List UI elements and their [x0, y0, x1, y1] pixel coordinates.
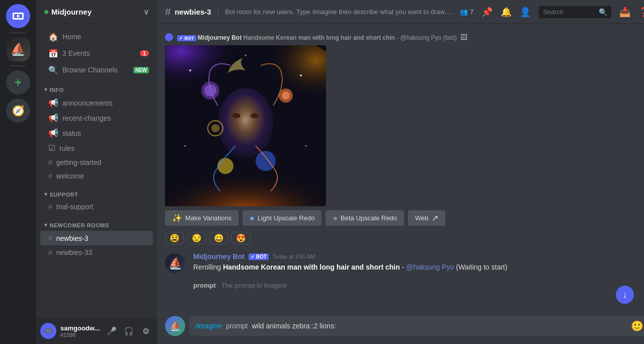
input-command: /imagine — [195, 322, 222, 330]
top-bar: # newbies-3 | Bot room for new users. Ty… — [157, 0, 644, 24]
reaction-tired[interactable]: 😫 — [165, 232, 184, 244]
chat-input-wrapper[interactable]: /imagine prompt 🙂 — [189, 316, 644, 336]
hash-icon-trial: # — [48, 203, 52, 211]
svg-point-11 — [282, 92, 290, 100]
input-param: prompt — [226, 322, 248, 330]
channel-newbies-33[interactable]: # newbies-33 — [40, 246, 153, 259]
scroll-to-bottom-button[interactable]: ↓ — [616, 286, 634, 304]
sidebar-item-events[interactable]: 📅 3 Events 1 — [40, 45, 153, 61]
unamused-emoji: 😒 — [192, 233, 202, 243]
channel-trial-support[interactable]: # trial-support — [40, 200, 153, 213]
hash-icon: # — [48, 158, 52, 166]
megaphone-icon-3: 📢 — [48, 128, 58, 138]
channel-recent-changes-label: recent-changes — [62, 114, 111, 122]
channel-newbies-3-label: newbies-3 — [56, 234, 89, 242]
search-input[interactable] — [543, 8, 595, 16]
user-tag: #1598 — [60, 332, 101, 338]
input-avatar: ⛵ — [165, 316, 185, 336]
section-support-label: SUPPORT — [50, 192, 78, 198]
channel-recent-changes[interactable]: 📢 recent-changes — [40, 111, 153, 125]
expand-icon: ∨ — [143, 8, 149, 17]
user-bar: 🎮 samgoodw... #1598 🎤 🎧 ⚙ — [36, 318, 157, 344]
image-message-author-inline: Midjourney Bot — [198, 34, 242, 41]
midjourney-server-icon[interactable]: ⛵ — [6, 37, 30, 61]
make-variations-button[interactable]: ✨ Make Variations — [165, 210, 238, 226]
prompt-info: prompt The prompt to imagine — [157, 278, 644, 291]
events-badge: 1 — [140, 50, 149, 56]
section-info-label: INFO — [50, 87, 64, 93]
user-avatar: 🎮 — [40, 323, 56, 339]
megaphone-icon-2: 📢 — [48, 113, 58, 123]
beta-upscale-redo-button[interactable]: ● Beta Upscale Redo — [326, 210, 404, 226]
notifications-button[interactable]: 🔔 — [501, 7, 512, 18]
channel-announcements[interactable]: 📢 announcements — [40, 96, 153, 110]
checkbox-icon: ☑ — [48, 143, 55, 153]
midjourney-bot-mini-avatar — [165, 33, 173, 41]
chat-image — [165, 45, 326, 206]
search-icon: 🔍 — [599, 8, 607, 16]
settings-button[interactable]: ⚙ — [139, 324, 153, 338]
light-upscale-icon: ● — [250, 214, 255, 223]
channel-welcome[interactable]: # welcome — [40, 169, 153, 183]
messages-area: ✓ BOT Midjourney Bot Handsome Korean man… — [157, 24, 644, 316]
member-count: 👥 7 — [460, 8, 473, 16]
rerolling-text: Rerolling — [193, 263, 221, 271]
sidebar-item-browse-label: Browse Channels — [62, 66, 118, 74]
channel-getting-started[interactable]: # getting-started — [40, 156, 153, 169]
microphone-button[interactable]: 🎤 — [105, 324, 119, 338]
member-count-value: 7 — [470, 8, 473, 16]
prompt-description: The prompt to imagine — [221, 282, 287, 289]
megaphone-icon: 📢 — [48, 98, 58, 108]
discord-home-button[interactable] — [6, 4, 30, 28]
channel-rules-label: rules — [59, 144, 74, 152]
section-support: ▾ SUPPORT — [36, 183, 157, 200]
reaction-heart-eyes[interactable]: 😍 — [231, 232, 251, 244]
inbox-icon[interactable]: 📥 — [619, 7, 630, 18]
headphones-button[interactable]: 🎧 — [122, 324, 136, 338]
events-icon: 📅 — [48, 48, 58, 58]
section-info-collapse-icon[interactable]: ▾ — [44, 87, 48, 93]
verified-icon: ✓ BOT — [177, 35, 196, 41]
channel-getting-started-label: getting-started — [56, 158, 102, 166]
make-variations-label: Make Variations — [185, 214, 231, 222]
sidebar-header[interactable]: Midjourney ∨ — [36, 0, 157, 24]
svg-point-5 — [218, 88, 273, 158]
light-upscale-redo-button[interactable]: ● Light Upscale Redo — [243, 210, 321, 226]
server-name: Midjourney — [51, 8, 92, 16]
channel-description: Bot room for new users. Type /imagine th… — [225, 8, 454, 16]
image-svg-overlay — [165, 45, 326, 206]
channel-newbies-3[interactable]: # newbies-3 👤+ — [40, 231, 153, 245]
pin-button[interactable]: 📌 — [481, 7, 493, 18]
explore-servers-button[interactable]: 🧭 — [6, 99, 30, 123]
chat-text-input[interactable] — [252, 322, 627, 330]
channel-status-label: status — [62, 129, 81, 137]
svg-point-19 — [185, 145, 186, 147]
reaction-unamused[interactable]: 😒 — [187, 232, 206, 244]
svg-point-15 — [211, 124, 219, 132]
reaction-grinning[interactable]: 😀 — [209, 232, 228, 244]
sidebar-item-browse[interactable]: 🔍 Browse Channels NEW — [40, 62, 153, 78]
members-icon: 👥 — [460, 8, 468, 16]
channel-announcements-label: announcements — [62, 99, 113, 107]
sidebar-item-home[interactable]: 🏠 Home — [40, 29, 153, 45]
section-support-collapse-icon[interactable]: ▾ — [44, 191, 48, 198]
section-newcomer-label: NEWCOMER ROOMS — [50, 222, 109, 228]
main-content: # newbies-3 | Bot room for new users. Ty… — [157, 0, 644, 344]
search-bar[interactable]: 🔍 — [539, 6, 611, 18]
reroll-message-text: Rerolling Handsome Korean man with long … — [193, 263, 644, 273]
channel-status[interactable]: 📢 status — [40, 126, 153, 140]
channel-rules[interactable]: ☑ rules — [40, 141, 153, 155]
channel-title: # newbies-3 — [165, 6, 211, 18]
svg-point-6 — [232, 113, 240, 118]
inbox-button[interactable]: 👤 — [520, 7, 531, 18]
add-server-button[interactable]: + — [6, 70, 30, 95]
channel-trial-support-label: trial-support — [56, 203, 94, 211]
help-icon[interactable]: ❓ — [638, 7, 644, 18]
reroll-mention: @haksung Pyo — [406, 263, 454, 271]
sidebar-header-left: Midjourney — [44, 8, 92, 16]
section-newcomer-collapse-icon[interactable]: ▾ — [44, 222, 48, 228]
user-info: samgoodw... #1598 — [60, 324, 101, 338]
emoji-picker-button[interactable]: 🙂 — [631, 320, 643, 332]
web-button[interactable]: Web ↗ — [408, 210, 445, 226]
image-file-icon: 🖼 — [460, 33, 467, 41]
